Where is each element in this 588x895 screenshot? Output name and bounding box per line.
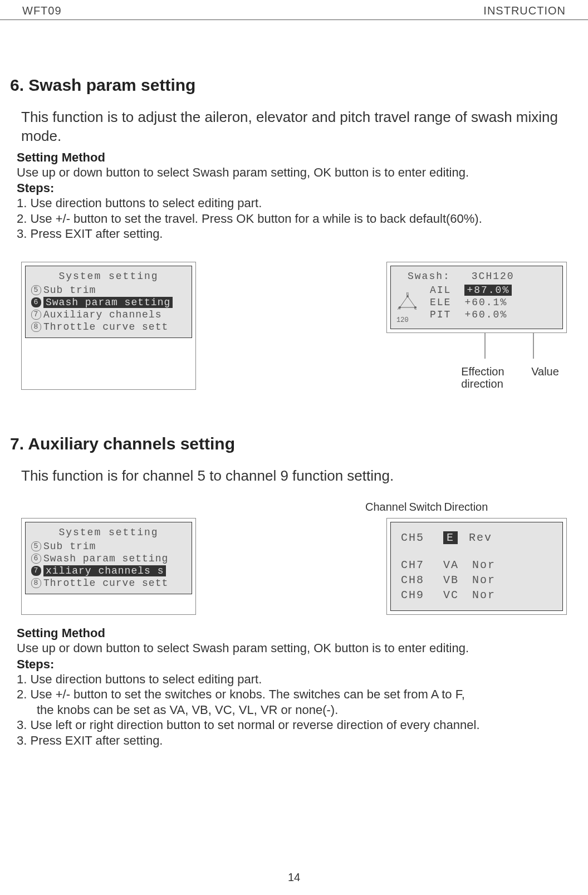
menu-row: 7Auxiliary channels [31,309,186,321]
model-code: WFT09 [22,4,62,17]
page-number: 14 [288,871,300,884]
section7-step1: 1. Use direction buttons to select editi… [17,672,578,687]
swash-row: AIL+87.0% [430,284,512,296]
section6-method-title: Setting Method [17,150,578,165]
menu-row: 8Throttle curve sett [31,577,186,589]
section7-step2b: the knobs can be set as VA, VB, VC, VL, … [37,702,578,718]
lcd-aux-channels: CH5ERev CH7VANor CH8VBNor CH9VCNor [386,518,567,615]
aux-row: CH5ERev [401,530,552,545]
label-value: Value [531,365,559,390]
section7-intro: This function is for channel 5 to channe… [21,467,578,486]
section7-step4: 3. Press EXIT after setting. [17,733,578,749]
svg-text:C: C [414,306,417,311]
section7-steps-title: Steps: [17,657,578,672]
label-direction: Direction [444,501,488,513]
svg-line-3 [400,296,408,307]
swash-header-left: Swash: [408,271,450,282]
section7-method-title: Setting Method [17,626,578,640]
section6-method-text: Use up or down button to select Swash pa… [17,165,578,180]
page-content: 6. Swash param setting This function is … [0,20,588,748]
svg-text:A: A [398,306,400,311]
lcd-swash-values: Swash: 3CH120 B [386,262,567,333]
lcd-system-setting: System setting 5Sub trim 6Swash param se… [21,262,196,390]
aux-row: CH9VCNor [401,588,552,603]
swash-row: ELE+60.1% [430,296,512,309]
lcd-system-setting-2: System setting 5Sub trim 6Swash param se… [21,518,196,615]
page-header: WFT09 INSTRUCTION [0,0,588,20]
doc-type: INSTRUCTION [483,4,566,17]
section6-title: 6. Swash param setting [10,76,578,95]
swash-screen-block: Swash: 3CH120 B [386,262,567,390]
menu-row: 5Sub trim [31,284,186,296]
menu-row: 8Throttle curve sett [31,321,186,333]
menu-row: 5Sub trim [31,540,186,552]
aux-row-blank [401,545,552,557]
section6-intro: This function is to adjust the aileron, … [21,108,578,146]
section7-step2: 2. Use +/- button to set the switches or… [17,687,578,702]
section6-screenshots: System setting 5Sub trim 6Swash param se… [21,262,567,390]
svg-text:B: B [406,292,409,296]
menu-row: 6Swash param setting [31,552,186,565]
section7-title: 7. Auxiliary channels setting [10,434,578,453]
lcd-title: System setting [31,271,186,282]
section6-step1: 1. Use direction buttons to select editi… [17,195,578,211]
section6-step2: 2. Use +/- button to set the travel. Pre… [17,211,578,227]
menu-row-selected: 7xiliary channels s [31,565,186,577]
label-switch: Switch [409,501,442,513]
lcd-title: System setting [31,527,186,538]
aux-row: CH7VANor [401,557,552,573]
section7-screenshots: System setting 5Sub trim 6Swash param se… [21,518,567,615]
label-channel: Channel [365,501,407,513]
swash-pointer-lines [388,333,566,361]
swash-header-right: 3CH120 [472,271,514,282]
swash-type-icon: B A C 120 [396,292,419,324]
aux-row: CH8VBNor [401,573,552,588]
section6-steps-title: Steps: [17,181,578,195]
section7-method-text: Use up or down button to select Swash pa… [17,640,578,656]
swash-row: PIT+60.0% [430,309,512,321]
aux-column-labels: Channel Switch Direction [365,501,578,513]
menu-row-selected: 6Swash param setting [31,296,186,309]
label-effection-direction: Effection direction [461,365,511,390]
section6-step3: 3. Press EXIT after setting. [17,226,578,242]
section7-step3: 3. Use left or right direction button to… [17,717,578,733]
